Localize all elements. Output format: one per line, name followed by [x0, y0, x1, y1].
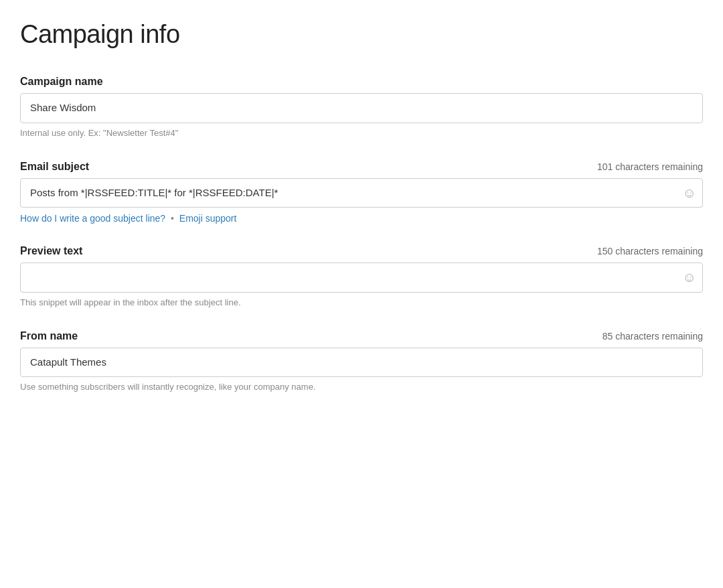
campaign-name-input[interactable]	[20, 93, 703, 123]
emoji-support-link[interactable]: Emoji support	[179, 213, 237, 224]
preview-text-hint: This snippet will appear in the inbox af…	[20, 297, 703, 309]
email-subject-input[interactable]	[20, 178, 703, 208]
email-subject-header: Email subject 101 characters remaining	[20, 161, 703, 173]
from-name-hint: Use something subscribers will instantly…	[20, 381, 703, 393]
email-subject-label: Email subject	[20, 161, 89, 173]
preview-text-input-wrapper: ☺	[20, 263, 703, 293]
email-subject-links: How do I write a good subject line? • Em…	[20, 213, 703, 224]
preview-text-label: Preview text	[20, 245, 82, 257]
campaign-name-hint: Internal use only. Ex: "Newsletter Test#…	[20, 127, 703, 139]
from-name-char-count: 85 characters remaining	[602, 331, 703, 342]
from-name-input-wrapper	[20, 348, 703, 378]
from-name-header: From name 85 characters remaining	[20, 330, 703, 342]
page-title: Campaign info	[20, 20, 703, 49]
from-name-section: From name 85 characters remaining Use so…	[20, 330, 703, 394]
campaign-name-header: Campaign name	[20, 76, 703, 88]
from-name-label: From name	[20, 330, 78, 342]
preview-text-char-count: 150 characters remaining	[597, 246, 703, 256]
from-name-input[interactable]	[20, 348, 703, 378]
preview-text-section: Preview text 150 characters remaining ☺ …	[20, 245, 703, 309]
subject-line-help-link[interactable]: How do I write a good subject line?	[20, 213, 165, 224]
preview-text-emoji-button[interactable]: ☺	[683, 271, 696, 284]
preview-text-input[interactable]	[20, 263, 703, 293]
subject-links-separator: •	[171, 213, 174, 224]
preview-text-header: Preview text 150 characters remaining	[20, 245, 703, 257]
email-subject-input-wrapper: ☺	[20, 178, 703, 208]
campaign-name-label: Campaign name	[20, 76, 103, 88]
email-subject-section: Email subject 101 characters remaining ☺…	[20, 161, 703, 224]
email-subject-emoji-button[interactable]: ☺	[683, 186, 696, 200]
campaign-name-input-wrapper	[20, 93, 703, 123]
email-subject-char-count: 101 characters remaining	[597, 161, 703, 172]
campaign-name-section: Campaign name Internal use only. Ex: "Ne…	[20, 76, 703, 139]
